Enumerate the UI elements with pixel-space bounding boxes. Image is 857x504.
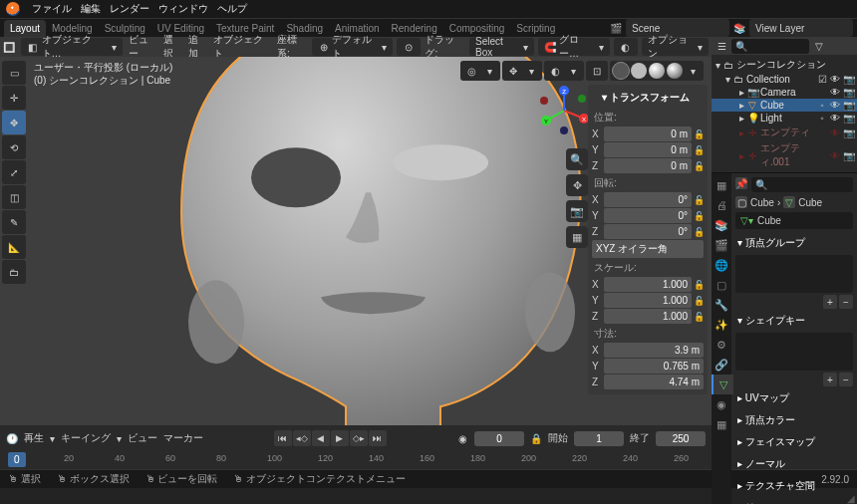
- rot-y[interactable]: 0°: [604, 208, 692, 223]
- overlay-dd[interactable]: ▾: [564, 63, 582, 79]
- tl-keying[interactable]: キーイング: [61, 431, 111, 445]
- keyframe-next[interactable]: ◇▸: [350, 430, 368, 446]
- timeline-editor-icon[interactable]: 🕐: [6, 432, 18, 444]
- sec-normal[interactable]: ▸ ノーマル: [735, 454, 853, 474]
- mode-selector[interactable]: ◧オブジェクト…▾: [21, 38, 123, 56]
- shading-matprev[interactable]: [648, 63, 666, 79]
- tool-scale[interactable]: ⤢: [2, 160, 26, 184]
- play[interactable]: ▶: [331, 430, 349, 446]
- jump-end[interactable]: ⏭: [369, 430, 387, 446]
- tree-empty2[interactable]: ▸✛エンプティ.001👁📷: [712, 140, 857, 170]
- shading-wire[interactable]: [612, 63, 630, 79]
- frame-start[interactable]: 1: [574, 431, 624, 446]
- lock-icon[interactable]: 🔓: [694, 312, 704, 322]
- ptab-scene[interactable]: 🎬: [712, 235, 731, 255]
- menu-render[interactable]: レンダー: [110, 2, 149, 16]
- lock-icon[interactable]: 🔓: [694, 195, 704, 205]
- ptab-output[interactable]: 🖨: [712, 195, 731, 215]
- scale-z[interactable]: 1.000: [604, 309, 692, 324]
- tool-select[interactable]: ▭: [2, 61, 26, 85]
- editor-type-icon[interactable]: 🔳: [3, 41, 15, 53]
- prop-edit[interactable]: ◐: [614, 38, 638, 56]
- tool-cursor[interactable]: ✛: [2, 86, 26, 110]
- eye-icon[interactable]: 👁: [830, 74, 840, 85]
- snap-selector[interactable]: 🧲グロー…▾: [538, 38, 610, 56]
- tree-empty1[interactable]: ▸✛エンプティ👁📷: [712, 125, 857, 140]
- shading-dd[interactable]: ▾: [684, 63, 702, 79]
- tool-move[interactable]: ✥: [2, 111, 26, 134]
- render-icon[interactable]: 📷: [843, 113, 853, 124]
- viewport-3d[interactable]: ▭ ✛ ✥ ⟲ ⤢ ◫ ✎ 📐 🗀 ユーザー・平行投影 (ローカル) (0) シ…: [0, 57, 712, 425]
- zoom-btn[interactable]: 🔍: [566, 148, 588, 170]
- sec-remesh[interactable]: ▸ リメッシュ: [735, 498, 853, 504]
- tl-marker[interactable]: マーカー: [163, 431, 203, 445]
- tree-cube[interactable]: ▸▽Cube◦👁📷: [712, 99, 857, 112]
- lock-icon[interactable]: 🔓: [694, 211, 704, 221]
- eye-icon[interactable]: 👁: [830, 100, 840, 111]
- current-frame-marker[interactable]: 0: [8, 452, 26, 467]
- menu-edit[interactable]: 編集: [81, 2, 101, 16]
- lock-range-icon[interactable]: 🔒: [530, 432, 542, 444]
- pin-icon[interactable]: 📌: [735, 177, 747, 189]
- menu-file[interactable]: ファイル: [32, 2, 72, 16]
- jump-start[interactable]: ⏮: [274, 430, 292, 446]
- autokey-icon[interactable]: ◉: [456, 432, 468, 444]
- tree-collection[interactable]: ▾🗀Collection☑👁📷: [712, 73, 857, 86]
- ptab-viewlayer[interactable]: 📚: [712, 215, 731, 235]
- orientation-selector[interactable]: ⊕デフォルト▾: [312, 38, 393, 56]
- lock-icon[interactable]: 🔓: [694, 296, 704, 306]
- tool-addcube[interactable]: 🗀: [2, 260, 26, 284]
- tree-scene-collection[interactable]: ▾🗀シーンコレクション: [712, 57, 857, 73]
- frame-current[interactable]: 0: [474, 431, 524, 446]
- ptab-object[interactable]: ▢: [712, 275, 731, 295]
- tl-view[interactable]: ビュー: [128, 431, 157, 445]
- play-reverse[interactable]: ◀: [312, 430, 330, 446]
- menu-help[interactable]: ヘルプ: [217, 2, 247, 16]
- sk-remove[interactable]: −: [839, 373, 853, 386]
- select-vis2[interactable]: ▾: [480, 63, 498, 79]
- pos-z[interactable]: 0 m: [604, 158, 692, 173]
- sec-facemap[interactable]: ▸ フェイスマップ: [735, 432, 853, 452]
- dim-y[interactable]: 0.765 m: [604, 359, 704, 374]
- ptab-physics[interactable]: ⚙: [712, 335, 731, 355]
- scale-y[interactable]: 1.000: [604, 293, 692, 308]
- render-icon[interactable]: 📷: [843, 74, 853, 85]
- sec-uv[interactable]: ▸ UVマップ: [735, 388, 853, 408]
- drag-selector[interactable]: Select Box▾: [469, 38, 534, 56]
- shading-solid[interactable]: [630, 63, 648, 79]
- pos-x[interactable]: 0 m: [604, 126, 692, 141]
- rot-z[interactable]: 0°: [604, 224, 692, 239]
- resize-grip-icon[interactable]: ◢: [847, 493, 855, 504]
- menu-window[interactable]: ウィンドウ: [158, 2, 208, 16]
- render-icon[interactable]: 📷: [843, 150, 853, 161]
- eye-icon[interactable]: 👁: [830, 87, 840, 98]
- options-dropdown[interactable]: オプション▾: [642, 38, 709, 56]
- render-icon[interactable]: 📷: [843, 127, 853, 138]
- gizmo-dd[interactable]: ▾: [522, 63, 540, 79]
- lock-icon[interactable]: 🔓: [694, 280, 704, 290]
- viewlayer-icon[interactable]: 📚: [733, 22, 745, 34]
- pos-y[interactable]: 0 m: [604, 142, 692, 157]
- dim-z[interactable]: 4.74 m: [604, 375, 704, 389]
- ptab-constraint[interactable]: 🔗: [712, 355, 731, 375]
- shading-rendered[interactable]: [666, 63, 684, 79]
- ptab-modifier[interactable]: 🔧: [712, 295, 731, 315]
- lock-icon[interactable]: 🔓: [694, 161, 704, 171]
- rot-mode[interactable]: XYZ オイラー角: [592, 240, 704, 258]
- frame-end[interactable]: 250: [656, 431, 706, 446]
- ptab-particle[interactable]: ✨: [712, 315, 731, 335]
- tool-transform[interactable]: ◫: [2, 185, 26, 209]
- camera-btn[interactable]: 📷: [566, 200, 588, 222]
- tree-camera[interactable]: ▸📷Camera👁📷: [712, 86, 857, 99]
- vgroup-remove[interactable]: −: [839, 295, 853, 309]
- crumb-mesh[interactable]: Cube: [798, 197, 822, 208]
- tool-measure[interactable]: 📐: [2, 235, 26, 259]
- filter-icon[interactable]: ▽: [813, 40, 825, 52]
- crumb-obj[interactable]: Cube: [750, 197, 774, 208]
- lock-icon[interactable]: 🔓: [694, 129, 704, 139]
- gizmo-toggle[interactable]: ✥: [504, 63, 522, 79]
- sec-vgroup[interactable]: ▾ 頂点グループ: [735, 233, 853, 253]
- tool-annotate[interactable]: ✎: [2, 210, 26, 234]
- eye-icon[interactable]: 👁: [830, 150, 840, 161]
- tab-layout[interactable]: Layout: [4, 20, 46, 37]
